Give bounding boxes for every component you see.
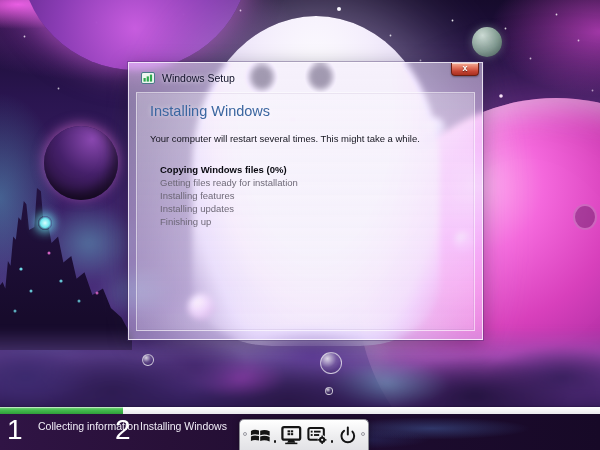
stage-2-number: 2 <box>115 414 131 446</box>
castle-lights <box>0 0 2 2</box>
window-titlebar[interactable]: Windows Setup x <box>129 63 482 92</box>
device-options-icon[interactable] <box>307 425 328 445</box>
cloud-bank <box>0 328 600 418</box>
bubble <box>325 387 333 395</box>
step-installing-features: Installing features <box>160 189 474 202</box>
window-client-area: Installing Windows Your computer will re… <box>136 92 475 331</box>
install-steps-list: Copying Windows files (0%) Getting files… <box>160 163 474 228</box>
windows-logo-icon[interactable] <box>250 426 271 444</box>
stage-1-number: 1 <box>7 414 23 446</box>
window-title: Windows Setup <box>162 72 235 84</box>
display-setup-icon[interactable] <box>281 425 302 445</box>
menu-dot <box>331 440 334 443</box>
subtitle-text: Your computer will restart several times… <box>150 133 474 144</box>
step-finishing-up: Finishing up <box>160 215 474 228</box>
step-copying-files: Copying Windows files (0%) <box>160 163 474 176</box>
tray-handle-dot <box>361 432 365 436</box>
windows-setup-window: Windows Setup x Installing Windows Your … <box>128 62 483 340</box>
planet-crater <box>573 204 597 230</box>
windows-setup-icon <box>141 72 155 84</box>
castle-rose-window-glow <box>38 216 52 230</box>
power-icon[interactable] <box>338 425 358 445</box>
progress-bar-track <box>0 407 600 414</box>
close-button[interactable]: x <box>451 63 479 76</box>
bubble <box>320 352 342 374</box>
planet-left-small <box>44 126 118 200</box>
desktop-screen: Windows Setup x Installing Windows Your … <box>0 0 600 450</box>
step-getting-files-ready: Getting files ready for installation <box>160 176 474 189</box>
step-installing-updates: Installing updates <box>160 202 474 215</box>
stage-2-label: Installing Windows <box>140 420 227 432</box>
page-title: Installing Windows <box>150 103 474 119</box>
menu-dot <box>274 440 277 443</box>
bubble <box>142 354 154 366</box>
taskbar-tray <box>239 419 369 450</box>
progress-fill <box>0 407 123 414</box>
moon-top-right <box>472 27 502 57</box>
tray-handle-dot <box>243 432 247 436</box>
